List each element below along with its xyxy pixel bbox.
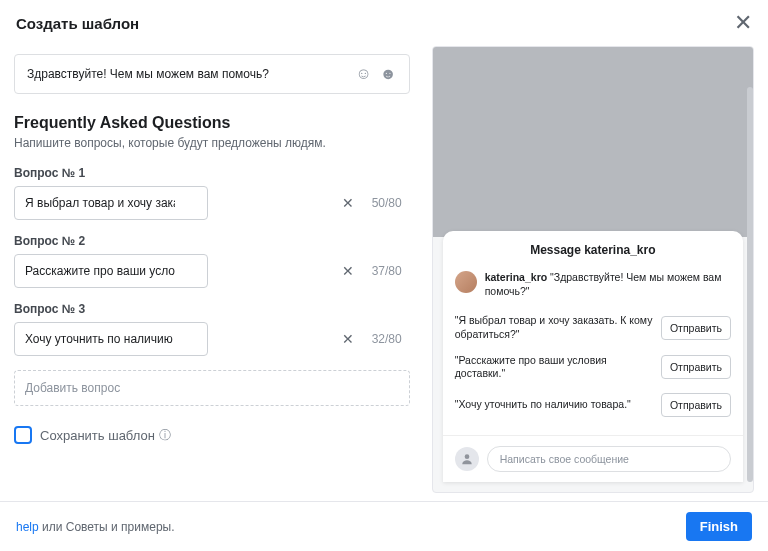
- question-input-3[interactable]: [14, 322, 208, 356]
- preview-question-row: "Я выбрал товар и хочу заказать. К кому …: [443, 308, 743, 347]
- footer-help-text: help или Советы и примеры.: [16, 520, 175, 534]
- faq-heading: Frequently Asked Questions: [14, 114, 410, 132]
- info-icon[interactable]: ⓘ: [159, 427, 171, 444]
- dialog-header: Создать шаблон ✕: [0, 0, 768, 46]
- preview-question-row: "Расскажите про ваши условия доставки." …: [443, 348, 743, 387]
- form-panel: Здравствуйте! Чем мы можем вам помочь? ☺…: [14, 46, 414, 493]
- preview-chat-title: Message katerina_kro: [443, 231, 743, 267]
- dialog-title: Создать шаблон: [16, 15, 139, 32]
- send-button[interactable]: Отправить: [661, 393, 731, 417]
- save-template-checkbox[interactable]: [14, 426, 32, 444]
- preview-greeting-message: katerina_kro "Здравствуйте! Чем мы можем…: [485, 271, 731, 298]
- send-button[interactable]: Отправить: [661, 316, 731, 340]
- preview-image-placeholder: [433, 47, 753, 237]
- greeting-input[interactable]: Здравствуйте! Чем мы можем вам помочь? ☺…: [14, 54, 410, 94]
- send-button[interactable]: Отправить: [661, 355, 731, 379]
- question-label: Вопрос № 1: [14, 166, 410, 180]
- clear-icon[interactable]: ✕: [342, 195, 354, 211]
- svg-point-0: [464, 454, 469, 459]
- preview-question-row: "Хочу уточнить по наличию товара." Отпра…: [443, 387, 743, 423]
- question-input-2[interactable]: [14, 254, 208, 288]
- preview-message-input[interactable]: Написать свое сообщение: [487, 446, 731, 472]
- add-question-button[interactable]: Добавить вопрос: [14, 370, 410, 406]
- clear-icon[interactable]: ✕: [342, 263, 354, 279]
- finish-button[interactable]: Finish: [686, 512, 752, 541]
- char-counter: 50/80: [372, 196, 410, 210]
- help-link[interactable]: help: [16, 520, 39, 534]
- question-label: Вопрос № 3: [14, 302, 410, 316]
- user-placeholder-icon: [455, 447, 479, 471]
- preview-scrollbar[interactable]: [747, 87, 753, 482]
- close-icon: ✕: [734, 10, 752, 35]
- preview-chat-card: Message katerina_kro katerina_kro "Здрав…: [443, 231, 743, 482]
- question-label: Вопрос № 2: [14, 234, 410, 248]
- save-template-label: Сохранить шаблон ⓘ: [40, 427, 171, 444]
- preview-question-text: "Я выбрал товар и хочу заказать. К кому …: [455, 314, 653, 341]
- question-input-1[interactable]: [14, 186, 208, 220]
- faq-subheading: Напишите вопросы, которые будут предложе…: [14, 136, 410, 150]
- close-button[interactable]: ✕: [734, 12, 752, 34]
- preview-panel: Message katerina_kro katerina_kro "Здрав…: [432, 46, 754, 493]
- user-icon[interactable]: ☻: [380, 65, 397, 83]
- char-counter: 32/80: [372, 332, 410, 346]
- emoji-icon[interactable]: ☺: [356, 65, 372, 83]
- avatar: [455, 271, 477, 293]
- preview-question-text: "Хочу уточнить по наличию товара.": [455, 398, 653, 412]
- greeting-text: Здравствуйте! Чем мы можем вам помочь?: [27, 67, 269, 81]
- dialog-footer: help или Советы и примеры. Finish: [0, 501, 768, 551]
- char-counter: 37/80: [372, 264, 410, 278]
- clear-icon[interactable]: ✕: [342, 331, 354, 347]
- preview-question-text: "Расскажите про ваши условия доставки.": [455, 354, 653, 381]
